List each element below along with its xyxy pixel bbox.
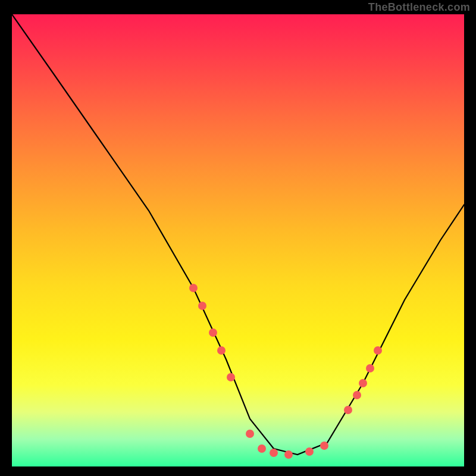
curve-marker [246, 430, 254, 438]
curve-marker [217, 346, 226, 355]
curve-marker [198, 302, 206, 310]
curve-marker [374, 346, 382, 355]
curve-marker [189, 284, 198, 292]
curve-markers [189, 284, 382, 459]
curve-marker [359, 379, 367, 387]
chart-stage: TheBottleneck.com [0, 0, 476, 476]
curve-marker [284, 450, 293, 459]
curve-marker [270, 449, 278, 457]
curve-marker [353, 391, 361, 399]
curve-layer [12, 14, 464, 466]
curve-marker [227, 373, 235, 381]
bottleneck-curve [12, 14, 464, 455]
curve-marker [258, 444, 266, 453]
watermark-text: TheBottleneck.com [368, 1, 470, 14]
curve-marker [209, 328, 217, 337]
curve-marker [320, 441, 328, 450]
curve-marker [305, 447, 314, 456]
curve-marker [366, 364, 374, 372]
curve-marker [344, 406, 352, 414]
